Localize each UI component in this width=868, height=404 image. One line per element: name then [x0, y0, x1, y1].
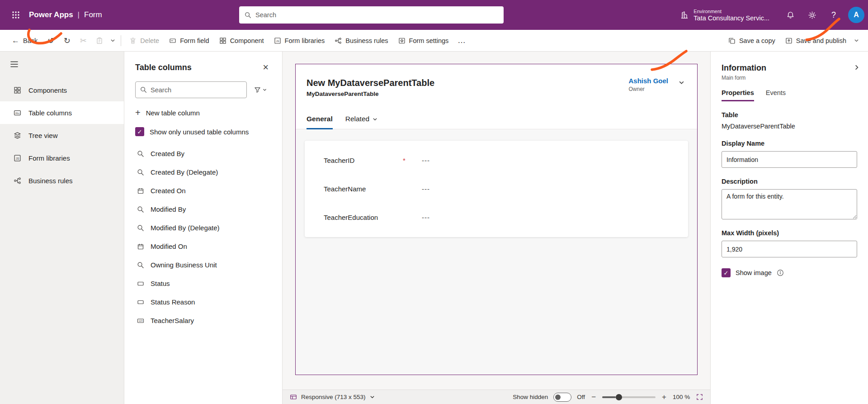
close-icon: ×	[263, 62, 269, 73]
command-divider	[121, 35, 121, 46]
form-section[interactable]: TeacherID * --- TeacherName --- TeacherE…	[305, 141, 688, 237]
close-panel-button[interactable]: ×	[260, 62, 271, 73]
field-row-teachername[interactable]: TeacherName ---	[305, 175, 688, 203]
business-rules-button[interactable]: Business rules	[330, 33, 392, 49]
form-field-button[interactable]: Form field	[165, 33, 213, 49]
field-label: TeacherID	[324, 157, 403, 164]
choice-icon	[137, 299, 144, 306]
responsive-label: Responsive (713 x 553)	[301, 394, 366, 400]
sidebar-item-business-rules[interactable]: Business rules	[0, 169, 124, 192]
save-a-copy-button[interactable]: Save a copy	[724, 33, 780, 49]
fit-to-screen-button[interactable]	[696, 394, 703, 400]
new-table-column-button[interactable]: + New table column	[135, 108, 271, 117]
zoom-in-button[interactable]: +	[661, 393, 667, 402]
app-title[interactable]: Power Apps	[29, 10, 73, 19]
column-item-status[interactable]: Status	[135, 274, 271, 293]
filter-button[interactable]	[250, 81, 271, 98]
unused-columns-filter[interactable]: ✓ Show only unused table columns	[135, 127, 271, 136]
sidebar-item-form-libraries[interactable]: JS Form libraries	[0, 147, 124, 169]
column-item-created-on[interactable]: Created On	[135, 181, 271, 200]
column-item-modified-by[interactable]: Modified By	[135, 200, 271, 219]
more-commands-button[interactable]: …	[454, 33, 469, 49]
delete-button[interactable]: Delete	[125, 33, 164, 49]
responsive-size-selector[interactable]: Responsive (713 x 553)	[290, 394, 375, 401]
description-input[interactable]: A form for this entity.	[722, 189, 857, 219]
columns-list: Created By Created By (Delegate) Created…	[135, 144, 271, 330]
form-preview[interactable]: New MyDataverseParentTable MyDataversePa…	[295, 64, 698, 375]
hamburger-icon	[10, 61, 18, 67]
properties-panel: Information Main form Properties Events …	[710, 52, 868, 404]
show-image-checkbox[interactable]: ✓	[722, 268, 731, 277]
help-button[interactable]: ?	[824, 5, 844, 25]
sidebar-item-table-columns[interactable]: Abc Table columns	[0, 101, 124, 124]
paste-options-chevron[interactable]	[108, 33, 117, 49]
sidebar-item-label: Form libraries	[28, 154, 70, 162]
zoom-out-button[interactable]: −	[590, 393, 597, 402]
field-value: ---	[422, 214, 430, 221]
save-and-publish-button[interactable]: Save and publish	[781, 33, 851, 49]
environment-name: Tata Consultancy Servic...	[693, 14, 769, 22]
column-item-created-by-delegate[interactable]: Created By (Delegate)	[135, 163, 271, 181]
show-hidden-label: Show hidden	[513, 394, 548, 400]
columns-search-input[interactable]	[151, 86, 242, 94]
columns-search[interactable]	[135, 81, 247, 98]
sidebar-collapse-button[interactable]	[4, 54, 24, 74]
tab-label: Properties	[722, 89, 754, 96]
save-options-chevron[interactable]	[852, 33, 861, 49]
settings-button[interactable]	[802, 5, 822, 25]
sidebar-item-label: Tree view	[28, 132, 57, 139]
number-icon: 123	[137, 317, 144, 324]
cut-button[interactable]: ✂	[75, 33, 91, 49]
environment-icon	[680, 10, 689, 19]
owner-name-link[interactable]: Ashish Goel	[628, 77, 668, 85]
column-item-modified-on[interactable]: Modified On	[135, 237, 271, 256]
svg-text:123: 123	[138, 319, 142, 322]
notifications-button[interactable]	[780, 5, 800, 25]
business-rules-icon	[335, 37, 342, 44]
owner-field[interactable]: Ashish Goel Owner	[628, 77, 668, 92]
svg-text:Abc: Abc	[15, 112, 19, 114]
tab-related[interactable]: Related	[345, 115, 377, 129]
show-hidden-toggle[interactable]	[553, 393, 571, 402]
tab-events[interactable]: Events	[766, 89, 786, 101]
back-button[interactable]: ← Back	[7, 33, 42, 49]
column-item-owning-business-unit[interactable]: Owning Business Unit	[135, 256, 271, 274]
component-button[interactable]: Component	[215, 33, 269, 49]
form-settings-button[interactable]: Form settings	[394, 33, 453, 49]
max-width-input[interactable]	[722, 241, 857, 257]
form-libraries-button[interactable]: JS Form libraries	[269, 33, 330, 49]
panel-title: Table columns	[135, 63, 192, 72]
field-value: ---	[422, 185, 430, 193]
header-fields-chevron[interactable]	[679, 80, 684, 86]
field-row-teachereducation[interactable]: TeacherEducation ---	[305, 203, 688, 232]
gear-icon	[808, 11, 816, 19]
column-item-teachersalary[interactable]: 123 TeacherSalary	[135, 311, 271, 330]
tab-properties[interactable]: Properties	[722, 89, 754, 101]
zoom-controls: Show hidden Off − + 100 %	[513, 393, 703, 402]
paste-button[interactable]	[92, 33, 107, 49]
collapse-panel-button[interactable]	[854, 64, 860, 71]
column-item-label: Created By	[151, 150, 184, 157]
redo-button[interactable]: ↻	[59, 33, 75, 49]
column-item-created-by[interactable]: Created By	[135, 144, 271, 163]
sidebar-item-components[interactable]: Components	[0, 79, 124, 101]
waffle-menu-button[interactable]	[5, 5, 26, 25]
tab-general[interactable]: General	[307, 115, 333, 129]
sidebar-item-tree-view[interactable]: Tree view	[0, 124, 124, 147]
fit-screen-icon	[696, 394, 703, 400]
column-item-modified-by-delegate[interactable]: Modified By (Delegate)	[135, 219, 271, 237]
column-item-status-reason[interactable]: Status Reason	[135, 293, 271, 311]
avatar[interactable]: A	[848, 7, 864, 23]
environment-switcher[interactable]: Environment Tata Consultancy Servic...	[675, 7, 774, 24]
field-row-teacherid[interactable]: TeacherID * ---	[305, 146, 688, 175]
undo-button[interactable]: ↺	[43, 33, 58, 49]
slider-thumb[interactable]	[616, 394, 622, 400]
show-image-setting[interactable]: ✓ Show image	[722, 268, 857, 277]
zoom-slider[interactable]	[602, 393, 656, 401]
info-icon[interactable]	[777, 269, 784, 276]
help-icon: ?	[831, 10, 836, 20]
checkbox-checked[interactable]: ✓	[135, 127, 144, 136]
global-search[interactable]	[239, 6, 504, 24]
global-search-input[interactable]	[255, 11, 498, 19]
display-name-input[interactable]	[722, 151, 857, 168]
